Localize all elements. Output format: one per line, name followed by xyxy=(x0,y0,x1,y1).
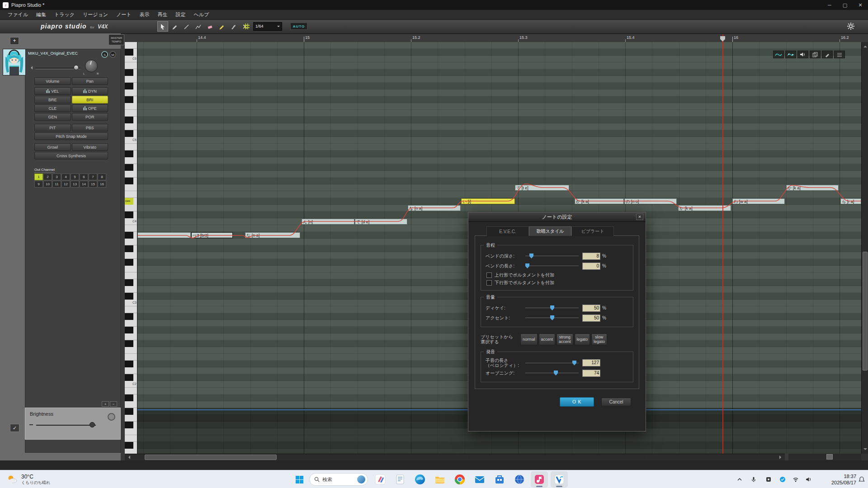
piano-key[interactable]: C6 xyxy=(125,56,137,62)
preview-speaker-button[interactable] xyxy=(797,51,808,58)
piano-key[interactable]: C2 xyxy=(125,381,137,388)
brightness-slider-thumb[interactable] xyxy=(90,422,95,427)
edge-icon[interactable] xyxy=(411,471,429,488)
piano-key[interactable] xyxy=(125,435,137,442)
panel-minus-button[interactable]: − xyxy=(110,401,117,407)
piano-key[interactable] xyxy=(125,327,137,333)
piano-key[interactable] xyxy=(125,144,137,150)
piano-key[interactable] xyxy=(125,239,137,245)
out-channel-14[interactable]: 14 xyxy=(80,181,88,188)
note[interactable]: で [d e] xyxy=(355,219,407,225)
dialog-title-bar[interactable]: ノートの設定 ✕ xyxy=(468,212,646,222)
piano-key[interactable] xyxy=(125,42,137,49)
copy-button[interactable] xyxy=(810,51,821,58)
note[interactable]: わ [w a] xyxy=(732,198,785,204)
param-cle-button[interactable]: CLE xyxy=(34,104,71,112)
slider[interactable] xyxy=(525,263,579,269)
slider-thumb[interactable] xyxy=(525,263,529,268)
param-pan-button[interactable]: Pan xyxy=(72,77,108,85)
slider[interactable] xyxy=(525,253,579,259)
out-channel-15[interactable]: 15 xyxy=(89,181,97,188)
piano-key[interactable] xyxy=(125,449,137,454)
piano-key[interactable] xyxy=(125,150,137,157)
track-avatar[interactable] xyxy=(3,49,26,75)
pan-knob[interactable] xyxy=(85,60,98,72)
piano-key[interactable] xyxy=(125,374,137,381)
notification-bell-icon[interactable] xyxy=(858,476,865,483)
weather-widget[interactable]: 30°C くもりのち晴れ xyxy=(3,471,54,488)
mail-icon[interactable] xyxy=(471,471,488,488)
piano-key[interactable] xyxy=(125,388,137,394)
param-dyn-button[interactable]: DYN xyxy=(72,87,108,95)
value-box[interactable]: 127 xyxy=(582,359,600,366)
brightness-slider[interactable] xyxy=(36,425,96,426)
panel-plus-button[interactable]: + xyxy=(102,401,109,407)
param-por-button[interactable]: POR xyxy=(72,113,108,121)
line-tool-button[interactable] xyxy=(181,21,192,32)
solo-button[interactable]: S xyxy=(101,51,108,58)
confirm-check-button[interactable]: ✓ xyxy=(10,424,19,432)
zoom-slider[interactable] xyxy=(788,454,861,460)
param-gen-button[interactable]: GEN xyxy=(34,113,71,121)
maximize-button[interactable]: ▢ xyxy=(837,0,853,10)
start-button[interactable] xyxy=(292,472,307,487)
tab-ビブラート[interactable]: ビブラート xyxy=(571,226,614,236)
slider-thumb[interactable] xyxy=(554,371,558,375)
piano-key[interactable]: C4 xyxy=(125,218,137,225)
pitch-line-toggle-button[interactable] xyxy=(773,51,784,58)
param-cross-synthesis-button[interactable]: Cross Synthesis xyxy=(34,152,108,160)
note[interactable]: べ3 [br3] xyxy=(191,232,233,238)
out-channel-11[interactable]: 11 xyxy=(52,181,61,188)
notepad-app-icon[interactable] xyxy=(392,471,409,488)
piano-key[interactable] xyxy=(125,232,137,239)
piano-key[interactable] xyxy=(125,415,137,422)
list-button[interactable] xyxy=(834,51,845,58)
piano-key[interactable] xyxy=(125,272,137,279)
mute-button[interactable]: M xyxy=(109,51,116,58)
piano-key[interactable] xyxy=(125,354,137,361)
piano-key[interactable] xyxy=(125,252,137,259)
piano-key[interactable]: D#4 xyxy=(125,198,137,205)
piano-key[interactable] xyxy=(125,279,137,286)
browser-app-icon[interactable] xyxy=(511,471,528,488)
eraser-tool-button[interactable] xyxy=(204,21,215,32)
out-channel-1[interactable]: 1 xyxy=(34,174,43,180)
piano-key[interactable] xyxy=(125,361,137,367)
volume-slider-thumb[interactable] xyxy=(74,65,79,70)
cancel-button[interactable]: Cancel xyxy=(601,398,631,406)
taskbar-clock[interactable]: 18:37 2025/08/17 xyxy=(825,473,856,486)
piano-key[interactable] xyxy=(125,428,137,435)
piano-key[interactable] xyxy=(125,178,137,184)
dialog-close-button[interactable]: ✕ xyxy=(636,214,643,220)
chrome-icon[interactable] xyxy=(451,471,468,488)
param-ope-button[interactable]: OPE xyxy=(72,104,108,112)
scroll-down-arrow[interactable] xyxy=(863,448,867,452)
settings-gear-button[interactable] xyxy=(845,21,856,32)
preset-strong-accent-button[interactable]: strong accent xyxy=(557,333,573,345)
piano-key[interactable] xyxy=(125,184,137,191)
piano-key[interactable] xyxy=(125,76,137,83)
piano-key[interactable] xyxy=(125,401,137,408)
brightness-auto-knob[interactable] xyxy=(108,413,115,421)
out-channel-16[interactable]: 16 xyxy=(98,181,106,188)
piano-key[interactable] xyxy=(125,333,137,340)
brush-tool-button[interactable] xyxy=(228,21,239,32)
piano-key[interactable] xyxy=(125,340,137,347)
pitch-edit-toggle-button[interactable] xyxy=(785,51,796,58)
scroll-left-arrow[interactable] xyxy=(127,455,130,459)
preset-normal-button[interactable]: normal xyxy=(520,333,538,345)
value-box[interactable]: 50 xyxy=(582,314,600,322)
piano-key[interactable] xyxy=(125,69,137,76)
tray-mic-icon[interactable] xyxy=(750,476,757,483)
piano-key[interactable] xyxy=(125,103,137,110)
out-channel-7[interactable]: 7 xyxy=(89,174,97,180)
slider-thumb[interactable] xyxy=(572,361,576,366)
piano-key[interactable] xyxy=(125,205,137,211)
auto-button[interactable]: AUTO xyxy=(290,23,307,30)
tray-app-icon[interactable] xyxy=(765,476,772,483)
param-pbs-button[interactable]: PBS xyxy=(72,124,108,131)
out-channel-2[interactable]: 2 xyxy=(43,174,52,180)
menu-item-ヘルプ[interactable]: ヘルプ xyxy=(190,10,213,19)
piano-key[interactable] xyxy=(125,110,137,117)
checkbox[interactable] xyxy=(486,280,492,286)
